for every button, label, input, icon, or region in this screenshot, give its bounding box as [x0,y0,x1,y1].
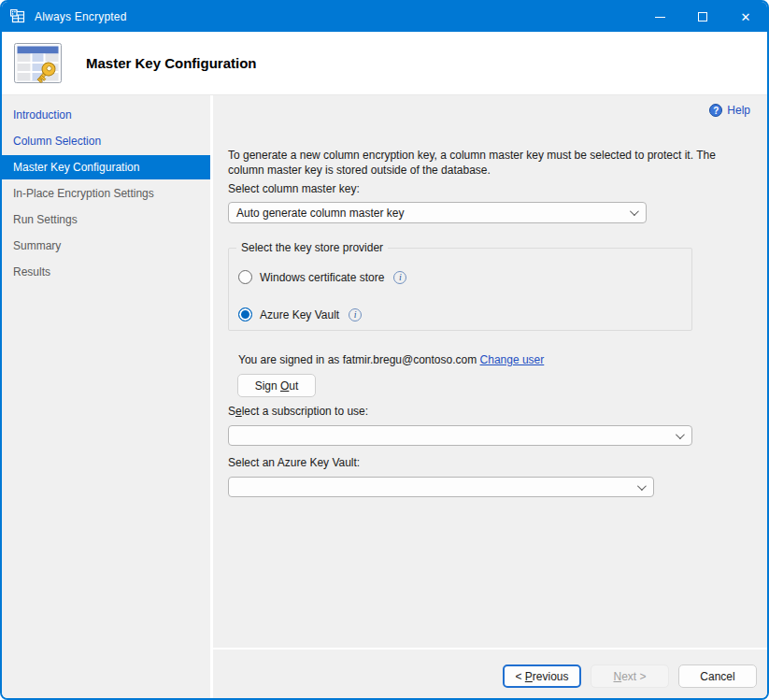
wizard-steps-sidebar: Introduction Column Selection Master Key… [2,95,210,698]
azure-key-vault-label: Azure Key Vault [260,308,339,321]
subscription-label: Select a subscription to use: [228,405,368,418]
key-vault-dropdown[interactable] [228,477,654,497]
subscription-dropdown[interactable] [228,425,692,446]
previous-label: < Previous [515,670,568,683]
subscription-label-pre: S [228,405,235,418]
sidebar-item-introduction[interactable]: Introduction [2,103,210,127]
always-encrypted-wizard-window: Always Encrypted ✕ [0,0,769,700]
cancel-button[interactable]: Cancel [678,664,757,688]
close-button[interactable]: ✕ [724,2,767,32]
key-vault-label: Select an Azure Key Vault: [228,456,360,469]
master-key-label: Select column master key: [228,182,360,195]
next-label-post: ext > [621,670,646,683]
key-store-provider-group-title: Select the key store provider [236,241,388,254]
chevron-down-icon [676,430,685,439]
footer-separator [213,648,767,650]
sign-out-label: Sign Out [255,379,299,393]
sidebar-item-results: Results [2,260,210,284]
sidebar-item-in-place-encryption-settings: In-Place Encryption Settings [2,181,210,206]
app-table-key-icon [10,9,26,24]
windows-certificate-store-label: Windows certificate store [260,271,384,284]
previous-label-post: revious [533,670,569,683]
next-button: Next > [591,664,669,688]
next-label-mnemonic: N [613,670,621,683]
key-store-provider-group: Select the key store provider Windows ce… [228,248,692,331]
sidebar-item-master-key-configuration[interactable]: Master Key Configuration [2,155,210,179]
signed-in-text: You are signed in as fatmir.bregu@contos… [238,353,477,366]
close-icon: ✕ [741,11,751,23]
sidebar-item-run-settings: Run Settings [2,207,210,232]
subscription-label-mnemonic: e [235,405,242,418]
sidebar-item-column-selection[interactable]: Column Selection [2,129,210,153]
wizard-body: Introduction Column Selection Master Key… [2,95,767,698]
info-icon[interactable]: i [393,271,406,284]
minimize-button[interactable] [638,2,681,32]
sign-out-label-pre: Sign [255,379,280,393]
window-title: Always Encrypted [35,10,127,23]
maximize-icon [698,12,707,21]
help-label: Help [727,104,750,117]
radio-unselected-icon[interactable] [238,270,252,284]
master-key-configuration-pane: ? Help To generate a new column encrypti… [213,95,767,698]
table-key-icon [13,41,64,86]
sign-out-button[interactable]: Sign Out [237,374,316,397]
windows-certificate-store-option[interactable]: Windows certificate store i [238,270,406,284]
info-icon[interactable]: i [349,308,362,321]
azure-key-vault-option[interactable]: Azure Key Vault i [238,307,362,321]
description-text: To generate a new column encryption key,… [228,148,723,178]
page-title: Master Key Configuration [86,55,257,71]
signed-in-line: You are signed in as fatmir.bregu@contos… [238,353,544,366]
next-label: Next > [613,670,646,683]
minimize-icon [655,17,665,18]
sign-out-label-mnemonic: O [280,379,289,393]
previous-label-pre: < [515,670,524,683]
maximize-button[interactable] [681,2,724,32]
wizard-header: Master Key Configuration [2,32,767,95]
cancel-label: Cancel [700,670,734,683]
master-key-dropdown[interactable]: Auto generate column master key [228,202,647,223]
master-key-dropdown-value: Auto generate column master key [236,207,404,220]
radio-selected-icon[interactable] [238,307,252,321]
chevron-down-icon [637,481,647,491]
previous-button[interactable]: < Previous [503,664,581,688]
change-user-link[interactable]: Change user [480,353,545,366]
title-bar: Always Encrypted ✕ [2,2,767,32]
subscription-label-post: lect a subscription to use: [242,405,368,418]
window-controls: ✕ [638,2,767,32]
help-icon: ? [709,104,722,117]
sign-out-label-post: ut [289,379,298,393]
previous-label-mnemonic: P [525,670,533,683]
chevron-down-icon [630,207,639,216]
help-link[interactable]: ? Help [709,104,750,117]
sidebar-item-summary: Summary [2,234,210,258]
